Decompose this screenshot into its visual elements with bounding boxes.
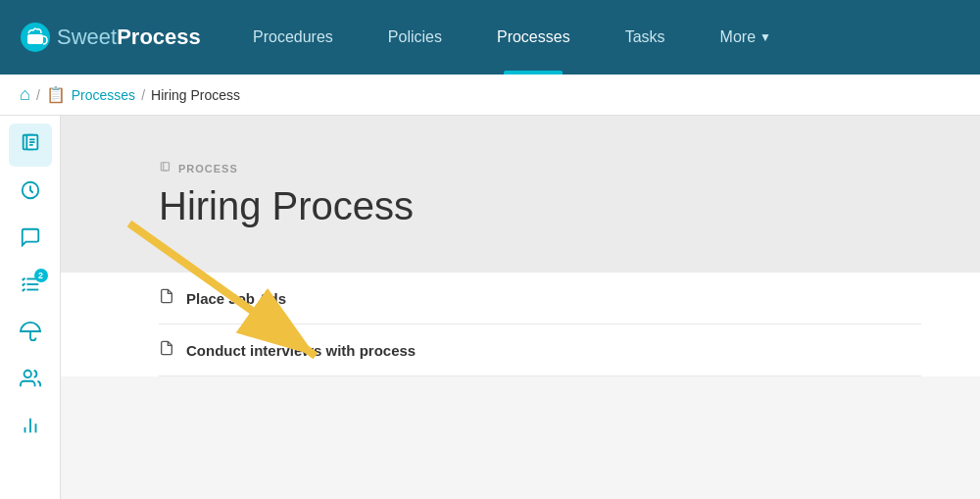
left-sidebar: 2 [0,116,61,499]
nav-procedures[interactable]: Procedures [225,0,361,75]
steps-list: Place Job Ads Conduct interviews with pr… [61,273,980,376]
sidebar-btn-analytics[interactable] [9,406,52,449]
tasks-badge: 2 [34,269,48,282]
nav-tasks[interactable]: Tasks [598,0,693,75]
sidebar-btn-team[interactable] [9,359,52,402]
step-item[interactable]: Place Job Ads [159,273,921,324]
step-label: Place Job Ads [186,290,286,307]
sidebar-btn-policies[interactable] [9,312,52,355]
sidebar-btn-history[interactable] [9,171,52,214]
step-label: Conduct interviews with process [186,342,416,359]
process-header: PROCESS Hiring Process [61,116,980,273]
process-breadcrumb-icon: 📋 [46,85,66,104]
nav-processes[interactable]: Processes [469,0,598,75]
sidebar-btn-comments[interactable] [9,218,52,261]
content-area: PROCESS Hiring Process Place Job Ads [61,116,980,499]
step-item[interactable]: Conduct interviews with process [159,324,921,376]
chart-icon [20,415,41,441]
process-title: Hiring Process [159,184,921,228]
logo-area: SweetProcess [0,0,225,75]
svg-rect-1 [27,34,43,44]
team-icon [20,368,41,394]
sidebar-btn-documents[interactable] [9,124,52,167]
process-type-label: PROCESS [159,161,921,176]
umbrella-icon [20,321,41,347]
top-navigation: SweetProcess Procedures Policies Process… [0,0,980,75]
breadcrumb-hiring-process[interactable]: Hiring Process [151,87,240,103]
nav-more[interactable]: More ▼ [693,0,799,75]
breadcrumb: ⌂ / 📋 Processes / Hiring Process [0,75,980,116]
nav-policies[interactable]: Policies [361,0,469,75]
breadcrumb-processes[interactable]: Processes [72,87,135,103]
nav-links: Procedures Policies Processes Tasks More… [225,0,980,75]
process-type-icon [159,161,172,176]
svg-rect-18 [164,162,170,170]
logo-text: SweetProcess [57,25,201,50]
main-layout: 2 [0,116,980,499]
svg-point-11 [24,370,30,376]
sidebar-btn-tasks[interactable]: 2 [9,265,52,308]
step-document-icon [159,340,174,360]
clock-icon [20,179,41,206]
documents-icon [20,132,41,159]
chevron-down-icon: ▼ [760,30,771,44]
home-icon[interactable]: ⌂ [20,84,30,105]
chat-icon [20,226,41,253]
logo-icon [20,22,51,53]
step-document-icon [159,288,174,308]
